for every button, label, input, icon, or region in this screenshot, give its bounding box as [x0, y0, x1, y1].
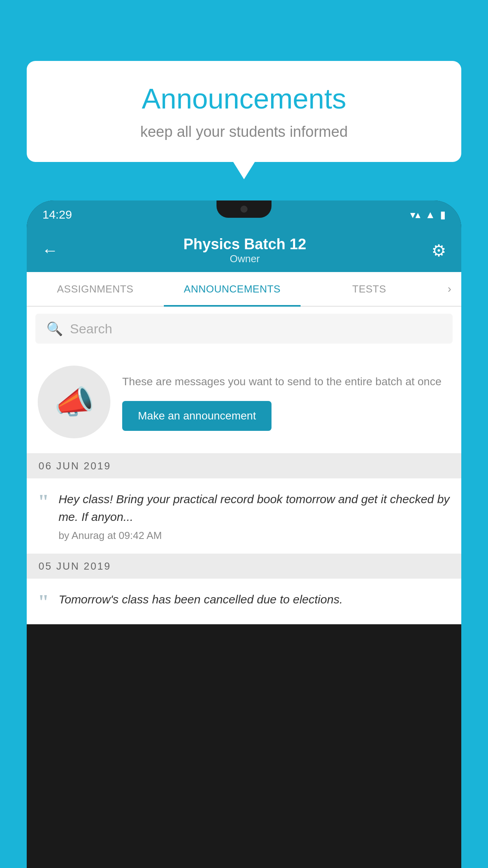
- promo-content: These are messages you want to send to t…: [122, 373, 450, 431]
- speech-bubble-section: Announcements keep all your students inf…: [27, 61, 461, 162]
- speech-bubble: Announcements keep all your students inf…: [27, 61, 461, 162]
- tab-announcements[interactable]: ANNOUNCEMENTS: [164, 272, 301, 306]
- announcement-body-1: Hey class! Bring your practical record b…: [59, 490, 450, 542]
- quote-icon-1: ": [38, 492, 49, 512]
- announcement-text-2: Tomorrow's class has been cancelled due …: [59, 590, 450, 608]
- megaphone-icon: 📣: [54, 383, 94, 421]
- phone-frame: 14:29 ▾▴ ▲ ▮ ← Physics Batch 12 Owner ⚙ …: [27, 200, 461, 868]
- owner-label: Owner: [58, 253, 431, 265]
- signal-icon: ▲: [425, 209, 435, 221]
- settings-icon[interactable]: ⚙: [431, 241, 446, 260]
- announcement-item-1[interactable]: " Hey class! Bring your practical record…: [27, 478, 461, 554]
- bubble-title: Announcements: [50, 83, 438, 115]
- search-container: 🔍 Search: [27, 307, 461, 351]
- tabs-bar: ASSIGNMENTS ANNOUNCEMENTS TESTS ›: [27, 272, 461, 307]
- tab-assignments[interactable]: ASSIGNMENTS: [27, 272, 164, 306]
- camera-dot: [240, 206, 248, 213]
- wifi-icon: ▾▴: [410, 209, 420, 221]
- date-separator-1: 06 JUN 2019: [27, 454, 461, 478]
- status-icons: ▾▴ ▲ ▮: [410, 209, 446, 221]
- tab-tests[interactable]: TESTS: [301, 272, 438, 306]
- tab-more-icon[interactable]: ›: [438, 272, 461, 306]
- bubble-subtitle: keep all your students informed: [50, 123, 438, 140]
- quote-icon-2: ": [38, 592, 49, 612]
- date-separator-2: 05 JUN 2019: [27, 554, 461, 579]
- phone-content: ASSIGNMENTS ANNOUNCEMENTS TESTS › 🔍 Sear…: [27, 272, 461, 624]
- header-center: Physics Batch 12 Owner: [58, 236, 431, 265]
- phone-notch: [216, 200, 272, 218]
- battery-icon: ▮: [440, 209, 446, 221]
- status-bar: 14:29 ▾▴ ▲ ▮: [27, 200, 461, 229]
- announcement-meta-1: by Anurag at 09:42 AM: [59, 530, 450, 542]
- batch-title: Physics Batch 12: [58, 236, 431, 253]
- promo-icon-circle: 📣: [38, 366, 110, 438]
- promo-description: These are messages you want to send to t…: [122, 373, 450, 390]
- search-bar[interactable]: 🔍 Search: [35, 314, 453, 344]
- search-placeholder: Search: [70, 321, 112, 337]
- app-header: ← Physics Batch 12 Owner ⚙: [27, 229, 461, 272]
- announcement-item-2[interactable]: " Tomorrow's class has been cancelled du…: [27, 579, 461, 624]
- announcement-body-2: Tomorrow's class has been cancelled due …: [59, 590, 450, 612]
- search-icon: 🔍: [46, 321, 63, 337]
- promo-section: 📣 These are messages you want to send to…: [27, 351, 461, 454]
- back-button[interactable]: ←: [42, 241, 58, 260]
- make-announcement-button[interactable]: Make an announcement: [122, 401, 272, 431]
- announcement-text-1: Hey class! Bring your practical record b…: [59, 490, 450, 526]
- status-time: 14:29: [42, 208, 72, 221]
